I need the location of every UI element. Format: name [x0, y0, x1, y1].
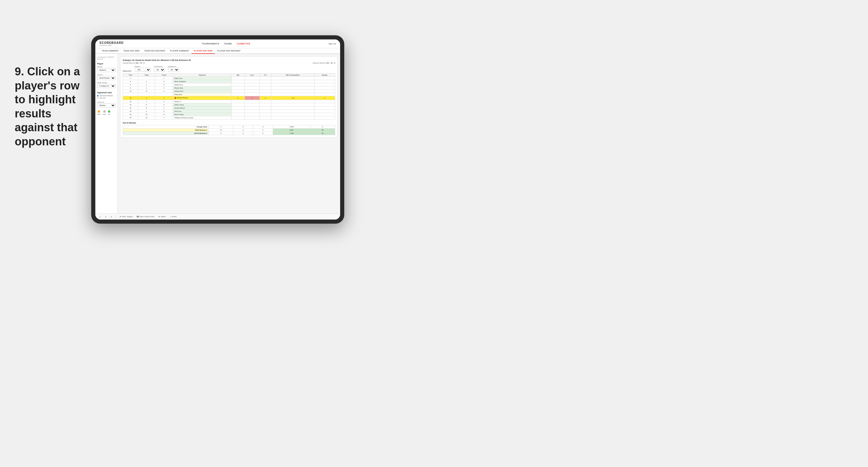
nav-logo: SCOREBOARD Powered by clippd — [99, 41, 124, 46]
ood-cell: NCAA Division 2 — [123, 132, 209, 135]
table-cell: 2 — [155, 110, 173, 113]
sidebar-gender-select[interactable]: Women's — [97, 68, 116, 72]
table-cell: -3.00 — [271, 96, 314, 100]
filter-conference: Conference (All) — [154, 66, 165, 72]
table-cell — [231, 93, 245, 96]
out-of-division: Out of division Foreign Team1004.5002NAI… — [123, 122, 335, 135]
table-cell — [245, 110, 259, 113]
nav-teams[interactable]: TEAMS — [224, 43, 232, 45]
sidebar-division-select[interactable]: NCAA Division III — [97, 76, 116, 80]
table-row[interactable]: 31Esther Lee — [123, 77, 335, 80]
tab-team-h2h-heatmap[interactable]: TEAM H2H HEATMAP — [142, 48, 168, 54]
conference-select[interactable]: (All) — [154, 68, 165, 72]
table-cell: 3 — [155, 83, 173, 87]
tab-bar: TEAM SUMMARY TEAM H2H GRID TEAM H2H HEAT… — [95, 48, 340, 54]
table-cell: 7 — [155, 116, 173, 120]
filter-opponent: Opponent (All) — [168, 66, 179, 72]
table-row[interactable]: 522Alexis Sudijanto — [123, 80, 335, 83]
table-cell — [314, 87, 335, 90]
filter-region: Region (All) — [135, 66, 151, 72]
ood-row[interactable]: Foreign Team1004.5002 — [123, 125, 335, 129]
share-label: Share — [172, 216, 177, 217]
table-row[interactable]: 1311Jessica Huang010-3.002 — [123, 96, 335, 100]
ood-row[interactable]: NCAA Division 25007.40010 — [123, 132, 335, 135]
table-cell: 3 — [123, 77, 138, 80]
nav-committee[interactable]: COMMITTEE — [237, 43, 250, 45]
ood-cell: 1 — [208, 125, 233, 129]
tab-player-summary[interactable]: PLAYER SUMMARY — [168, 48, 191, 54]
sidebar-player-rank-label: Player (Rank) — [97, 82, 116, 84]
sidebar-gender-label: Gender — [97, 66, 116, 68]
ood-cell: 0 — [233, 129, 253, 132]
table-cell: Andrea York — [173, 90, 231, 93]
table-cell — [271, 116, 314, 120]
colour-by-select[interactable]: Win/loss — [97, 103, 116, 107]
table-row[interactable]: 1822Euna Lee — [123, 110, 335, 113]
redo-button[interactable]: ↻ — [104, 215, 108, 218]
table-cell — [271, 106, 314, 110]
tab-team-h2h-grid[interactable]: TEAM H2H GRID — [121, 48, 142, 54]
radio-opponents-played[interactable]: Opponents Played — [97, 95, 116, 96]
table-cell — [271, 83, 314, 87]
region-select[interactable]: (All) — [135, 68, 151, 72]
table-cell: 1 — [155, 106, 173, 110]
table-row[interactable]: 1585Stella Chang — [123, 103, 335, 106]
table-cell: 15 — [123, 103, 138, 106]
table-row[interactable]: Heeji Hyun — [123, 93, 335, 96]
table-cell: 13 — [123, 96, 138, 100]
table-cell: 2 — [314, 96, 335, 100]
table-cell — [245, 116, 259, 120]
table-cell: Esther Lee — [173, 77, 231, 80]
table-row[interactable]: 20117Federica Domecq Lacroze — [123, 116, 335, 120]
table-cell — [138, 93, 155, 96]
table-row[interactable]: 1691Jessica Mason — [123, 106, 335, 110]
grid-title: Katelyn Vo Head-to-Head Grid for Women's… — [123, 59, 335, 62]
table-cell — [155, 93, 173, 96]
legend-up-label: Up — [108, 113, 110, 115]
logo-sub: Powered by clippd — [99, 44, 124, 46]
table-cell: 10 — [123, 90, 138, 93]
table-cell: 5 — [155, 103, 173, 106]
view-original-button[interactable]: 👁 View: Original — [118, 215, 134, 218]
table-row[interactable]: 1474Eunice Yi — [123, 100, 335, 103]
col-tie: Tie — [259, 73, 271, 77]
table-cell — [231, 106, 245, 110]
sign-out-button[interactable]: Sign out — [329, 43, 336, 45]
legend-level-dot — [103, 111, 105, 113]
table-cell: 11 — [138, 116, 155, 120]
table-row[interactable]: 19106Emily Chang — [123, 113, 335, 116]
table-cell: 14 — [123, 100, 138, 103]
ood-cell: 0 — [253, 125, 273, 129]
legend-level: Level — [103, 111, 106, 115]
tab-team-summary[interactable]: TEAM SUMMARY — [99, 48, 121, 54]
forward-button[interactable]: ⟳ — [110, 215, 113, 218]
table-cell: 7 — [138, 100, 155, 103]
save-custom-view-button[interactable]: 💾 Save Custom View — [136, 215, 156, 218]
table-row[interactable]: 914Sharon Mun — [123, 87, 335, 90]
table-cell: 9 — [138, 106, 155, 110]
sidebar-player-section: Player — [97, 63, 116, 65]
ood-row[interactable]: NAIA Division 115009.26730 — [123, 129, 335, 132]
radio-top100[interactable]: Top 100 — [97, 97, 116, 99]
legend-up: Up — [108, 111, 110, 115]
nav-tournaments[interactable]: TOURNAMENTS — [202, 43, 219, 45]
undo-button[interactable]: ↩ — [98, 215, 102, 218]
table-cell — [259, 90, 271, 93]
table-cell — [259, 77, 271, 80]
sidebar-player-rank-select[interactable]: 8. Katelyn Vo — [97, 84, 116, 88]
tab-player-h2h-grid[interactable]: PLAYER H2H GRID — [191, 48, 215, 54]
ood-table: Foreign Team1004.5002NAIA Division 11500… — [123, 125, 335, 135]
table-cell — [271, 77, 314, 80]
opponent-select[interactable]: (All) — [168, 68, 179, 72]
watch-button[interactable]: 👁 Watch — [157, 215, 167, 218]
table-row[interactable]: 613Sydney Kuo — [123, 83, 335, 87]
table-row[interactable]: 1063Andrea York — [123, 90, 335, 93]
tab-player-h2h-heatmap[interactable]: PLAYER H2H HEATMAP — [215, 48, 243, 54]
sidebar-division-label: Division — [97, 74, 116, 75]
table-cell — [314, 77, 335, 80]
table-cell — [245, 106, 259, 110]
ood-cell: 4.500 — [273, 125, 310, 129]
view-original-icon: 👁 — [120, 216, 121, 217]
table-cell — [245, 90, 259, 93]
share-button[interactable]: ↗ Share — [168, 215, 178, 218]
